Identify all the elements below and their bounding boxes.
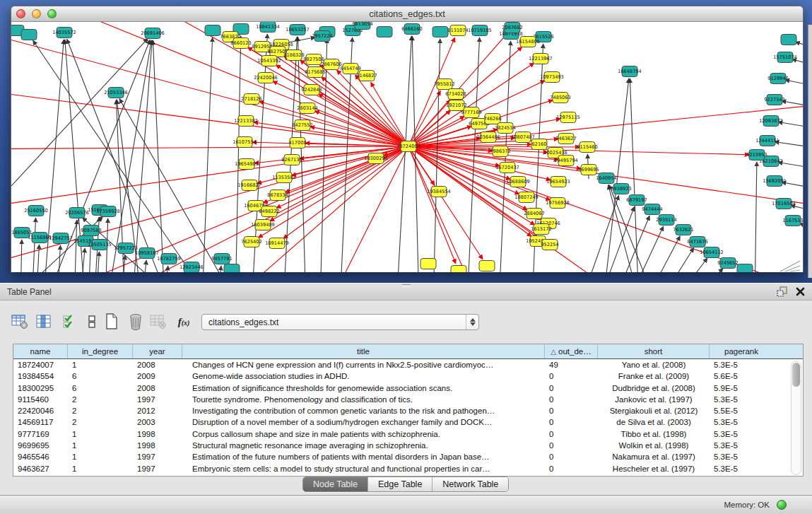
graph-node-2867606[interactable]: 2867606: [321, 59, 341, 70]
graph-node-9463627[interactable]: 9463627: [555, 134, 576, 144]
graph-node-12213967[interactable]: 12213967: [529, 54, 553, 64]
graph-node-12444151[interactable]: 12444151: [755, 136, 779, 146]
graph-node[interactable]: [737, 264, 753, 273]
table-row[interactable]: 1872400712008Changes of HCN gene express…: [13, 359, 803, 370]
graph-node-8471676[interactable]: 8471676: [687, 237, 707, 247]
tab-node-table[interactable]: Node Table: [303, 477, 368, 491]
column-header-name[interactable]: name: [13, 344, 68, 358]
graph-node[interactable]: [433, 27, 448, 37]
graph-node-10654112[interactable]: 10654112: [700, 247, 724, 258]
graph-node-14035572[interactable]: 14035572: [52, 28, 76, 38]
graph-node[interactable]: [420, 259, 436, 269]
graph-node-7625402[interactable]: 7625402: [241, 237, 261, 247]
graph-node-12923446[interactable]: 12923446: [180, 262, 204, 273]
graph-node-9146827[interactable]: 9146827: [356, 71, 377, 81]
graph-node-8678334[interactable]: 8678334: [267, 190, 288, 201]
graph-node-9129946[interactable]: 9129946: [767, 74, 788, 84]
vertical-scrollbar[interactable]: [791, 361, 801, 475]
graph-node-952254[interactable]: 952254: [541, 240, 558, 250]
memory-status-indicator[interactable]: [777, 500, 787, 510]
graph-node-8427552[interactable]: 8427552: [292, 120, 312, 131]
graph-node-6466160[interactable]: 6466160: [401, 24, 422, 35]
graph-node-20206576[interactable]: 20206576: [65, 208, 89, 218]
table-row[interactable]: 2242004622012Investigating the contribut…: [13, 405, 803, 416]
graph-node-10653257[interactable]: 10653257: [286, 25, 310, 35]
graph-node-17016504[interactable]: 17016504: [772, 199, 796, 209]
graph-node-16107554[interactable]: 16107554: [233, 137, 257, 148]
graph-node-15751074[interactable]: 15751074: [773, 52, 797, 63]
graph-node[interactable]: [205, 25, 220, 36]
rows-button[interactable]: [82, 312, 102, 332]
graph-node-16914479[interactable]: 16914479: [265, 238, 289, 249]
close-icon[interactable]: [796, 287, 805, 296]
splitter-grip[interactable]: [402, 284, 411, 287]
graph-node-16648784[interactable]: 16648784: [618, 66, 642, 77]
table-row[interactable]: 946554611997Estimation of the future num…: [13, 451, 803, 462]
graph-node-8175685[interactable]: 8175685: [305, 67, 325, 78]
graph-node-2935114[interactable]: 2935114: [656, 215, 676, 226]
graph-node-15692091[interactable]: 15692091: [763, 176, 787, 187]
table-row[interactable]: 911546021997Tourette syndrome. Phenomeno…: [13, 394, 803, 405]
graph-node-16782759[interactable]: 16782759: [157, 254, 181, 264]
graph-node-62160[interactable]: 62160: [531, 139, 547, 150]
graph-node-9215953[interactable]: 9215953: [746, 150, 767, 160]
column-header-in_degree[interactable]: in_degree: [68, 344, 133, 358]
graph-node-11353584[interactable]: 11353584: [272, 173, 296, 183]
delete-button[interactable]: [126, 312, 146, 332]
graph-node-21053346[interactable]: 21053346: [104, 88, 128, 98]
graph-node-10719185[interactable]: 10719185: [468, 25, 492, 36]
graph-node-9227343[interactable]: 9227343: [764, 95, 784, 105]
graph-node-9474444[interactable]: 9474444: [642, 204, 662, 215]
graph-node-10688609[interactable]: 10688609: [506, 177, 530, 187]
graph-node-9777169[interactable]: 9777169: [461, 107, 481, 118]
network-window-titlebar[interactable]: citations_edges.txt: [11, 6, 803, 22]
resize-grip-icon[interactable]: [790, 270, 800, 271]
graph-node-8186328[interactable]: 8186328: [283, 50, 304, 61]
graph-node-2087682[interactable]: 2087682: [502, 23, 522, 33]
tab-network-table[interactable]: Network Table: [433, 477, 508, 491]
graph-node-9097588[interactable]: 9097588: [81, 226, 101, 236]
graph-node-8267130[interactable]: 8267130: [281, 155, 302, 165]
graph-node-25160550[interactable]: 25160550: [24, 206, 48, 216]
graph-node-8813054[interactable]: 8813054: [352, 22, 372, 30]
tab-edge-table[interactable]: Edge Table: [368, 477, 433, 491]
new-table-button[interactable]: [102, 312, 122, 332]
function-button[interactable]: f(x): [174, 312, 194, 332]
table-row[interactable]: 1456911722003Disruption of a novel membe…: [13, 416, 803, 428]
graph-node-3824534[interactable]: 3824534: [495, 123, 515, 134]
table-row[interactable]: 1938455462009Genome-wide association stu…: [13, 370, 803, 382]
table-settings-button[interactable]: [10, 312, 30, 332]
graph-node-19654923[interactable]: 19654923: [546, 177, 570, 187]
graph-node-7485063[interactable]: 7485063: [550, 93, 570, 103]
graph-node-7957224[interactable]: 7957224: [312, 31, 332, 42]
graph-node-17957223[interactable]: 17957223: [114, 243, 138, 254]
column-header-out_de[interactable]: △out_de…: [545, 344, 598, 358]
graph-node-9245652[interactable]: 9245652: [717, 258, 738, 269]
graph-node-16039489[interactable]: 16039489: [251, 220, 275, 230]
graph-node-12942757[interactable]: 12942757: [49, 233, 73, 244]
graph-node-8498222[interactable]: 8498222: [259, 206, 279, 217]
table-selector-combobox[interactable]: citations_edges.txt: [201, 314, 479, 330]
table-row[interactable]: 1830029562008Estimation of significance …: [13, 382, 803, 394]
graph-node-7632621[interactable]: 7632621: [673, 225, 693, 235]
graph-node-9115460[interactable]: 9115460: [577, 142, 597, 153]
graph-node-9699695[interactable]: 9699695: [578, 165, 599, 175]
graph-node-9457791[interactable]: 9457791: [211, 254, 232, 264]
network-graph[interactable]: 1872400714035572206914061884133410653257…: [11, 22, 803, 272]
graph-node[interactable]: [781, 35, 796, 45]
graph-node[interactable]: [224, 264, 240, 273]
graph-node-2803144[interactable]: 2803144: [297, 103, 317, 114]
table-column-button[interactable]: [34, 312, 54, 332]
table-row[interactable]: 977716911998Corpus callosum shape and si…: [13, 428, 803, 440]
graph-node-18841334[interactable]: 18841334: [256, 22, 280, 33]
graph-node-2718126[interactable]: 2718126: [241, 94, 261, 105]
graph-node-417008[interactable]: 417008: [288, 138, 306, 148]
graph-node-2884067[interactable]: 2884067: [524, 209, 544, 219]
table-row[interactable]: 969969511998Structural magnetic resonanc…: [13, 440, 803, 451]
graph-node[interactable]: [451, 266, 466, 273]
graph-node-19756928[interactable]: 19756928: [546, 198, 570, 209]
column-header-title[interactable]: title: [182, 344, 545, 358]
column-header-year[interactable]: year: [133, 344, 182, 358]
graph-node-10958167[interactable]: 10958167: [135, 248, 159, 259]
graph-node-8131074[interactable]: 8131074: [447, 25, 468, 36]
